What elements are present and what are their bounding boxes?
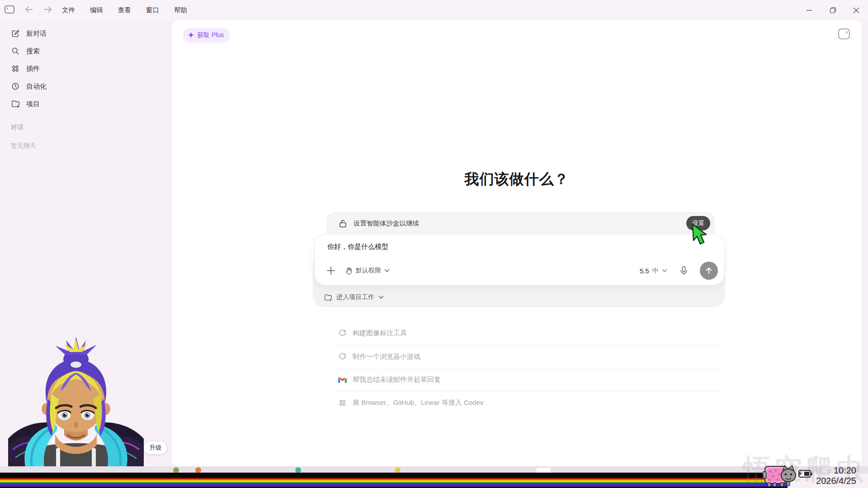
effort-label: 中 xyxy=(652,267,659,275)
suggestion-browser-game[interactable]: 制作一个浏览器小游戏 xyxy=(332,345,720,368)
suggestion-summarize-emails[interactable]: 帮我总结未读邮件并起草回复 xyxy=(332,368,720,391)
permission-selector[interactable]: 默认权限 xyxy=(345,267,390,275)
suggestion-label: 制作一个浏览器小游戏 xyxy=(353,352,420,361)
menu-edit[interactable]: 编辑 xyxy=(90,6,103,14)
clock[interactable]: 10:20 2026/4/25 xyxy=(816,465,856,486)
suggestion-connect-codex[interactable]: 将 Browser、GitHub、Linear 等接入 Codex xyxy=(332,391,720,414)
menu-view[interactable]: 查看 xyxy=(118,6,131,14)
search-icon xyxy=(11,47,20,56)
composer: 你好，你是什么模型 默认权限 5.5 中 xyxy=(314,234,725,286)
main-panel: 获取 Plus 我们该做什么？ 设置智能体沙盒以继续 设置 进入项目工作 你好，… xyxy=(172,20,862,466)
restore-button[interactable] xyxy=(821,0,844,20)
menu-help[interactable]: 帮助 xyxy=(174,6,187,14)
sandbox-banner-text: 设置智能体沙盒以继续 xyxy=(354,219,419,228)
chevron-down-icon xyxy=(378,296,384,299)
get-plus-button[interactable]: 获取 Plus xyxy=(183,28,230,42)
minimize-button[interactable] xyxy=(797,0,821,20)
sparkle-icon xyxy=(188,32,194,38)
dictate-button[interactable] xyxy=(676,263,691,278)
send-button[interactable] xyxy=(700,262,718,280)
titlebar: 文件 编辑 查看 窗口 帮助 xyxy=(0,0,868,20)
mouse-cursor xyxy=(689,223,708,248)
sidebar-item-label: 自动化 xyxy=(26,82,47,91)
avatar[interactable] xyxy=(8,331,144,469)
sidebar-item-label: 搜索 xyxy=(26,47,40,56)
suggestion-build-annotation-tool[interactable]: 构建图像标注工具 xyxy=(332,322,720,345)
hand-icon xyxy=(345,267,353,275)
time-text: 10:20 xyxy=(816,465,856,476)
sidebar-section-chats: 对话 xyxy=(11,123,24,131)
sidebar-toggle-icon[interactable] xyxy=(5,5,14,15)
project-work-label: 进入项目工作 xyxy=(336,293,374,301)
clock-icon xyxy=(11,82,20,91)
page-title: 我们该做什么？ xyxy=(172,169,862,189)
suggestion-label: 将 Browser、GitHub、Linear 等接入 Codex xyxy=(353,399,483,407)
attach-plus-button[interactable] xyxy=(324,263,338,278)
composer-input[interactable]: 你好，你是什么模型 xyxy=(327,243,388,251)
sidebar-item-label: 插件 xyxy=(26,65,40,73)
arrow-up-icon xyxy=(705,267,713,275)
folder-plus-icon xyxy=(324,294,332,301)
sidebar-item-label: 项目 xyxy=(26,100,40,108)
unlock-icon xyxy=(339,219,347,228)
suggestion-label: 帮我总结未读邮件并起草回复 xyxy=(353,375,441,384)
sidebar-item-new-chat[interactable]: 新对话 xyxy=(0,25,172,42)
permission-label: 默认权限 xyxy=(356,267,381,275)
suggestion-label: 构建图像标注工具 xyxy=(353,329,407,338)
apps-grid-icon xyxy=(11,64,20,73)
sidebar-item-plugins[interactable]: 插件 xyxy=(0,60,172,77)
sidebar-item-label: 新对话 xyxy=(26,29,47,38)
menubar: 文件 编辑 查看 窗口 帮助 xyxy=(62,0,187,20)
sidebar-item-search[interactable]: 搜索 xyxy=(0,42,172,60)
upgrade-tooltip[interactable]: 升级 xyxy=(144,441,167,454)
forward-icon[interactable] xyxy=(43,6,52,15)
close-button[interactable] xyxy=(844,0,868,20)
menu-file[interactable]: 文件 xyxy=(62,6,75,14)
microphone-icon xyxy=(680,266,688,275)
chevron-down-icon xyxy=(384,269,390,272)
date-text: 2026/4/25 xyxy=(816,476,856,486)
suggestion-list: 构建图像标注工具 制作一个浏览器小游戏 帮我总结未读邮件并起草回复 将 Brow… xyxy=(332,322,720,414)
chevron-down-icon xyxy=(662,269,667,272)
sidebar-item-projects[interactable]: 项目 xyxy=(0,95,172,113)
codex-loop-icon xyxy=(338,352,347,361)
gmail-icon xyxy=(338,375,347,384)
plus-icon xyxy=(326,266,335,275)
model-selector[interactable]: 5.5 中 xyxy=(640,267,667,275)
model-label: 5.5 xyxy=(640,267,649,275)
rainbow-trail xyxy=(0,473,788,488)
sidebar-item-automation[interactable]: 自动化 xyxy=(0,78,172,95)
compose-icon xyxy=(11,29,20,38)
nyan-cat-icon xyxy=(762,462,798,488)
app-window: 文件 编辑 查看 窗口 帮助 新对话 xyxy=(0,0,868,488)
sidebar-empty-text: 暂无聊天 xyxy=(11,142,36,150)
menu-window[interactable]: 窗口 xyxy=(146,6,159,14)
folder-plus-icon xyxy=(11,99,20,108)
right-panel-toggle-icon[interactable] xyxy=(838,28,850,39)
back-icon[interactable] xyxy=(24,6,33,15)
apps-grid-icon xyxy=(338,398,347,407)
codex-loop-icon xyxy=(338,329,347,338)
